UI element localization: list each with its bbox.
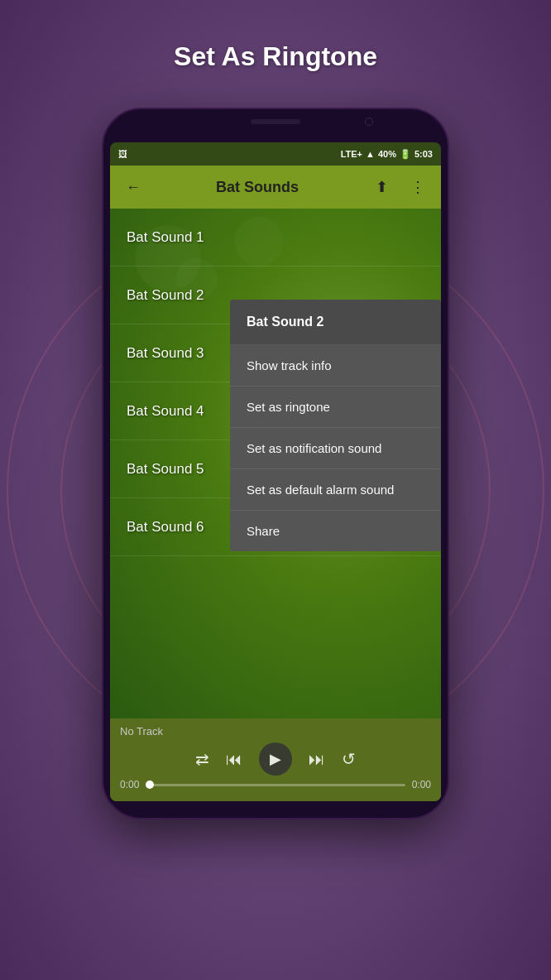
phone-frame: 🖼 LTE+ ▲ 40% 🔋 5:03 ← Bat Sounds ⬆ ⋮ — [102, 108, 449, 819]
progress-bar[interactable] — [146, 784, 405, 786]
player-track-name: No Track — [120, 725, 431, 737]
shuffle-button[interactable]: ⇄ — [195, 749, 209, 769]
time-start: 0:00 — [120, 779, 139, 790]
share-button[interactable]: ⬆ — [368, 174, 395, 200]
next-button[interactable]: ⏭ — [309, 750, 325, 769]
signal-icon: ▲ — [366, 149, 375, 159]
repeat-button[interactable]: ↺ — [342, 749, 356, 769]
phone-screen: 🖼 LTE+ ▲ 40% 🔋 5:03 ← Bat Sounds ⬆ ⋮ — [110, 142, 441, 801]
context-menu-item-5[interactable]: Share — [230, 511, 441, 551]
context-menu-item-1[interactable]: Show track info — [230, 345, 441, 387]
progress-dot — [146, 781, 154, 789]
context-menu-item-3[interactable]: Set as notification sound — [230, 428, 441, 469]
status-left: 🖼 — [118, 149, 127, 159]
prev-button[interactable]: ⏮ — [226, 750, 242, 769]
player-bar: No Track ⇄ ⏮ ▶ ⏭ ↺ 0:00 0:00 — [110, 718, 441, 801]
more-button[interactable]: ⋮ — [405, 174, 431, 200]
back-icon: ← — [126, 179, 141, 196]
phone-speaker — [251, 119, 300, 124]
signal-label: LTE+ — [341, 149, 362, 159]
context-menu-item-4[interactable]: Set as default alarm sound — [230, 469, 441, 511]
context-menu-title: Bat Sound 2 — [230, 300, 441, 345]
page-title: Set As Ringtone — [0, 41, 551, 72]
app-bar: ← Bat Sounds ⬆ ⋮ — [110, 166, 441, 209]
status-icon: 🖼 — [118, 149, 127, 159]
player-controls: ⇄ ⏮ ▶ ⏭ ↺ — [120, 742, 431, 776]
status-bar: 🖼 LTE+ ▲ 40% 🔋 5:03 — [110, 142, 441, 166]
battery-label: 40% — [378, 149, 396, 159]
context-menu: Bat Sound 2 Show track info Set as ringt… — [230, 300, 441, 551]
status-right: LTE+ ▲ 40% 🔋 5:03 — [341, 149, 433, 160]
context-menu-item-2[interactable]: Set as ringtone — [230, 387, 441, 428]
phone-camera — [365, 118, 373, 126]
battery-icon: 🔋 — [400, 149, 411, 160]
time-label: 5:03 — [414, 149, 433, 159]
player-time-row: 0:00 0:00 — [120, 779, 431, 790]
app-bar-title: Bat Sounds — [156, 179, 358, 196]
play-icon: ▶ — [270, 750, 281, 768]
time-end: 0:00 — [412, 779, 431, 790]
share-icon: ⬆ — [376, 178, 388, 196]
context-overlay: Bat Sound 2 Show track info Set as ringt… — [110, 209, 441, 718]
back-button[interactable]: ← — [120, 174, 146, 200]
content-area: Bat Sound 1 Bat Sound 2 Bat Sound 3 Bat … — [110, 209, 441, 718]
more-icon: ⋮ — [410, 178, 425, 196]
play-button[interactable]: ▶ — [259, 742, 292, 776]
